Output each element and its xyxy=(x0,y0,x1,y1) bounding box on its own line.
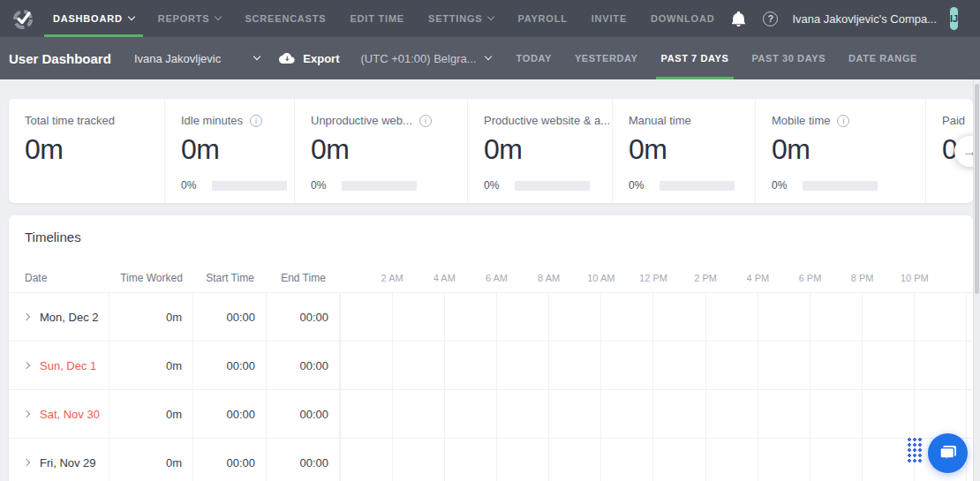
stat-value: 0m xyxy=(772,133,918,166)
nav-edit-time-label: EDIT TIME xyxy=(350,13,404,24)
nav-screencasts-label: SCREENCASTS xyxy=(245,13,326,24)
timezone-selector[interactable]: (UTC +01:00) Belgra... xyxy=(360,52,490,65)
nav-dashboard[interactable]: DASHBOARD xyxy=(53,0,134,37)
expand-row-icon[interactable] xyxy=(23,362,30,369)
range-tab-date-range[interactable]: DATE RANGE xyxy=(837,37,929,79)
row-end-time: 00:00 xyxy=(267,439,340,481)
range-tab-label: PAST 30 DAYS xyxy=(751,53,825,64)
nav-edit-time[interactable]: EDIT TIME xyxy=(350,0,404,37)
row-start-time: 00:00 xyxy=(193,342,267,389)
row-start-time: 00:00 xyxy=(193,293,267,341)
stat-label: Unproductive web... xyxy=(311,114,412,127)
range-tab-label: DATE RANGE xyxy=(848,53,917,64)
help-question-mark: ? xyxy=(763,11,778,26)
app-logo-icon[interactable] xyxy=(12,8,34,29)
hour-tick: 6 PM xyxy=(799,273,822,283)
range-tab-yesterday[interactable]: YESTERDAY xyxy=(563,37,650,79)
chat-widget-button[interactable] xyxy=(928,433,968,473)
progress-bar xyxy=(660,181,735,191)
row-date: Mon, Dec 2 xyxy=(40,311,98,324)
column-header-time-worked: Time Worked xyxy=(109,272,193,284)
scrollbar-thumb[interactable] xyxy=(975,84,979,294)
stat-label: Mobile time xyxy=(772,114,830,127)
row-start-time: 00:00 xyxy=(193,390,267,438)
stat-productive-websites: Productive website & a... 0m 0% xyxy=(467,99,612,203)
range-tab-label: PAST 7 DAYS xyxy=(661,53,729,64)
top-navigation-bar: DASHBOARD REPORTS SCREENCASTS EDIT TIME … xyxy=(0,0,980,37)
notifications-bell-icon[interactable] xyxy=(732,11,745,26)
row-time-worked: 0m xyxy=(109,293,193,341)
table-row[interactable]: Fri, Nov 29 0m 00:00 00:00 xyxy=(9,438,973,481)
hour-tick: 8 AM xyxy=(538,273,560,283)
info-icon[interactable] xyxy=(837,115,849,127)
range-tab-label: YESTERDAY xyxy=(575,53,638,64)
user-selector[interactable]: Ivana Jakovljevic xyxy=(134,52,260,65)
company-name[interactable]: Ivana Jakovljevic's Compa... xyxy=(792,12,937,26)
hour-tick: 10 PM xyxy=(901,273,929,283)
user-selector-value: Ivana Jakovljevic xyxy=(134,52,221,65)
timelines-section: Timelines Date Time Worked Start Time En… xyxy=(9,215,973,481)
row-end-time: 00:00 xyxy=(267,293,340,341)
stat-idle-minutes: Idle minutes 0m 0% xyxy=(164,99,294,203)
chevron-down-icon xyxy=(487,13,494,20)
row-timeline xyxy=(340,439,967,481)
range-tab-past-30-days[interactable]: PAST 30 DAYS xyxy=(740,37,837,79)
row-end-time: 00:00 xyxy=(267,342,340,389)
progress-bar xyxy=(515,181,590,191)
row-timeline xyxy=(340,293,967,341)
row-timeline xyxy=(340,342,967,389)
progress-bar xyxy=(342,181,417,191)
help-icon[interactable]: ? xyxy=(763,11,778,26)
info-icon[interactable] xyxy=(250,115,262,127)
table-row[interactable]: Sat, Nov 30 0m 00:00 00:00 xyxy=(9,389,973,438)
stat-percent: 0% xyxy=(629,179,644,192)
stat-label: Productive website & a... xyxy=(484,114,610,127)
nav-invite[interactable]: INVITE xyxy=(592,0,627,37)
hour-tick: 10 AM xyxy=(587,273,614,283)
expand-row-icon[interactable] xyxy=(23,410,30,417)
row-time-worked: 0m xyxy=(109,342,193,389)
timeline-hours-axis: 2 AM 4 AM 6 AM 8 AM 10 AM 12 PM 2 PM 4 P… xyxy=(340,263,967,292)
avatar[interactable]: IJ xyxy=(950,7,958,30)
timelines-title: Timelines xyxy=(9,215,973,244)
row-start-time: 00:00 xyxy=(193,439,267,481)
stat-percent: 0% xyxy=(772,179,787,192)
stat-label: Idle minutes xyxy=(181,114,243,127)
nav-download[interactable]: DOWNLOAD xyxy=(651,0,714,37)
stat-percent: 0% xyxy=(484,179,499,192)
stat-value: 0m xyxy=(181,133,287,166)
nav-download-label: DOWNLOAD xyxy=(651,13,714,24)
progress-bar xyxy=(803,181,878,191)
nav-settings[interactable]: SETTINGS xyxy=(428,0,494,37)
expand-row-icon[interactable] xyxy=(23,459,30,466)
progress-bar xyxy=(212,181,287,191)
stats-summary-card: Total time tracked 0m Idle minutes 0m 0%… xyxy=(9,99,973,203)
nav-dashboard-label: DASHBOARD xyxy=(53,13,123,24)
chevron-down-icon xyxy=(484,53,491,60)
range-tab-today[interactable]: TODAY xyxy=(505,37,563,79)
nav-screencasts[interactable]: SCREENCASTS xyxy=(245,0,326,37)
range-tab-label: TODAY xyxy=(516,53,552,64)
table-row[interactable]: Mon, Dec 2 0m 00:00 00:00 xyxy=(9,292,973,341)
chevron-down-icon xyxy=(253,53,260,60)
stat-value: 0m xyxy=(629,133,748,166)
stat-manual-time: Manual time 0m 0% xyxy=(612,99,755,203)
table-row[interactable]: Sun, Dec 1 0m 00:00 00:00 xyxy=(9,341,973,389)
stat-percent: 0% xyxy=(311,179,326,192)
cloud-export-icon xyxy=(277,52,295,64)
info-icon[interactable] xyxy=(419,115,432,127)
chat-bubble-icon xyxy=(938,443,959,464)
drag-handle-dots[interactable] xyxy=(907,437,922,462)
timezone-value: (UTC +01:00) Belgra... xyxy=(360,52,476,65)
row-date: Sat, Nov 30 xyxy=(40,408,100,421)
nav-payroll-label: PAYROLL xyxy=(517,13,567,24)
hour-tick: 4 PM xyxy=(746,273,769,283)
timelines-header-row: Date Time Worked Start Time End Time 2 A… xyxy=(9,263,973,292)
export-button[interactable]: Export xyxy=(277,52,339,65)
expand-row-icon[interactable] xyxy=(23,313,30,320)
row-end-time: 00:00 xyxy=(267,390,340,438)
nav-payroll[interactable]: PAYROLL xyxy=(517,0,567,37)
chevron-down-icon xyxy=(215,13,222,20)
nav-reports[interactable]: REPORTS xyxy=(158,0,222,37)
range-tab-past-7-days[interactable]: PAST 7 DAYS xyxy=(650,37,741,79)
